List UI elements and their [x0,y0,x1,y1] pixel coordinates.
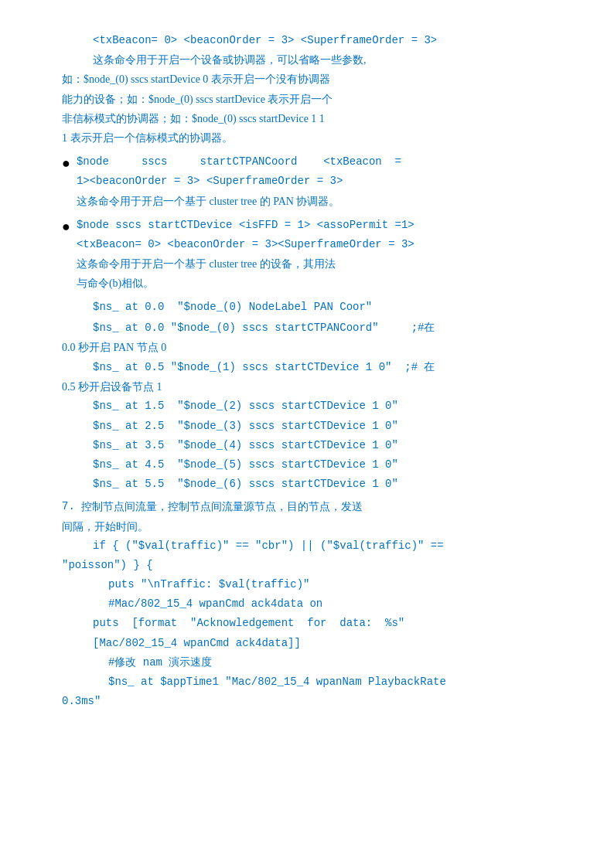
desc-text-2: 如：$node_(0) sscs startDevice 0 表示开启一个没有协… [62,70,568,89]
code-block-1: <txBeacon= 0> <beaconOrder = 3> <Superfr… [62,31,568,50]
text: 这条命令用于开启一个设备或协调器，可以省略一些参数, [93,50,568,70]
section-7-text: 控制节点间流量，控制节点间流量源节点，目的节点，发送 [81,497,363,516]
section-number-7: 7. [62,497,75,516]
code-text: #修改 nam 演示速度 [108,653,568,672]
desc-text-1: 这条命令用于开启一个设备或协调器，可以省略一些参数, [62,50,568,70]
text: 1 表示开启一个信标模式的协调器。 [62,128,568,148]
text: 非信标模式的协调器；如：$node_(0) sscs startDevice 1… [62,109,568,128]
bullet-code-2b: <txBeacon= 0> <beaconOrder = 3><Superfra… [77,235,568,254]
bullet-dot-2: ● [62,216,70,238]
code-text: $ns_ at $appTime1 "Mac/802_15_4 wpanNam … [108,672,568,692]
code-text: <txBeacon= 0> <beaconOrder = 3> <Superfr… [93,31,568,50]
code-text: $ns_ at 1.5 "$node_(2) sscs startCTDevic… [93,397,568,416]
code-text: $ns_ at 0.5 "$node_(1) sscs startCTDevic… [93,361,435,373]
code-text: [Mac/802_15_4 wpanCmd ack4data]] [93,634,568,653]
code-startpan-line: $ns_ at 0.0 "$node_(0) sscs startCTPANCo… [62,318,568,338]
text: 能力的设备；如：$node_(0) sscs startDevice 表示开启一… [62,90,568,109]
bullet-item-1: ● $node sscs startCTPANCoord <txBeacon =… [62,152,568,211]
code-text: puts [format "Acknowledgement for data: … [93,614,568,633]
bullet-content-2: $node sscs startCTDevice <isFFD = 1> <as… [77,216,568,294]
code-nam-comment: #修改 nam 演示速度 [62,653,568,672]
code-puts-format-2: [Mac/802_15_4 wpanCmd ack4data]] [62,634,568,653]
code-55: $ns_ at 5.5 "$node_(6) sscs startCTDevic… [62,475,568,494]
code-text: $ns_ at 0.0 "$node_(0) sscs startCTPANCo… [93,322,435,334]
comment-pan-0: 0.0 秒开启 PAN 节点 0 [62,338,568,357]
bullet-item-2: ● $node sscs startCTDevice <isFFD = 1> <… [62,216,568,294]
bullet-code-2a: $node sscs startCTDevice <isFFD = 1> <as… [77,216,568,235]
text: 间隔，开始时间。 [62,517,568,536]
code-if-2: "poisson") } { [62,556,568,575]
text: 0.5 秒开启设备节点 1 [62,377,568,397]
desc-text-4: 非信标模式的协调器；如：$node_(0) sscs startDevice 1… [62,109,568,128]
code-if-1: if { ("$val(traffic)" == "cbr") || ("$va… [62,536,568,556]
section-7: 7. 控制节点间流量，控制节点间流量源节点，目的节点，发送 [62,497,568,516]
code-text: puts "\nTraffic: $val(traffic)" [108,575,568,594]
code-45: $ns_ at 4.5 "$node_(5) sscs startCTDevic… [62,455,568,475]
code-text: $ns_ at 0.0 "$node_(0) NodeLabel PAN Coo… [93,298,568,317]
desc-text-5: 1 表示开启一个信标模式的协调器。 [62,128,568,148]
bullet-desc-1: 这条命令用于开启一个基于 cluster tree 的 PAN 协调器。 [77,192,568,211]
code-15: $ns_ at 1.5 "$node_(2) sscs startCTDevic… [62,397,568,416]
bullet-content-1: $node sscs startCTPANCoord <txBeacon = 1… [77,152,568,211]
code-text: $ns_ at 2.5 "$node_(3) sscs startCTDevic… [93,417,568,436]
code-text: "poisson") } { [62,556,568,575]
code-playback-rate: 0.3ms" [62,692,568,711]
main-content: <txBeacon= 0> <beaconOrder = 3> <Superfr… [62,31,568,711]
code-puts-traffic: puts "\nTraffic: $val(traffic)" [62,575,568,594]
code-ack4data-comment: #Mac/802_15_4 wpanCmd ack4data on [62,594,568,614]
code-text: $ns_ at 3.5 "$node_(4) sscs startCTDevic… [93,436,568,455]
code-nodelabel: $ns_ at 0.0 "$node_(0) NodeLabel PAN Coo… [62,298,568,317]
bullet-dot-1: ● [62,152,70,175]
code-startct-05: $ns_ at 0.5 "$node_(1) sscs startCTDevic… [62,357,568,377]
code-25: $ns_ at 2.5 "$node_(3) sscs startCTDevic… [62,417,568,436]
code-text: 0.3ms" [62,692,568,711]
code-text: if { ("$val(traffic)" == "cbr") || ("$va… [93,536,568,556]
code-puts-format: puts [format "Acknowledgement for data: … [62,614,568,633]
code-text: $ns_ at 5.5 "$node_(6) sscs startCTDevic… [93,475,568,494]
bullet-desc-2a: 这条命令用于开启一个基于 cluster tree 的设备，其用法 [77,254,568,274]
comment-device-1: 0.5 秒开启设备节点 1 [62,377,568,397]
section-7-cont: 间隔，开始时间。 [62,517,568,536]
code-text: #Mac/802_15_4 wpanCmd ack4data on [108,594,568,614]
desc-text-3: 能力的设备；如：$node_(0) sscs startDevice 表示开启一… [62,90,568,109]
text: 如：$node_(0) sscs startDevice 0 表示开启一个没有协… [62,70,568,89]
text: 0.0 秒开启 PAN 节点 0 [62,338,568,357]
bullet-code-1b: 1><beaconOrder = 3> <SuperframeOrder = 3… [77,172,568,191]
code-text: $ns_ at 4.5 "$node_(5) sscs startCTDevic… [93,455,568,475]
code-playback: $ns_ at $appTime1 "Mac/802_15_4 wpanNam … [62,672,568,692]
bullet-code-1a: $node sscs startCTPANCoord <txBeacon = [77,152,568,172]
bullet-desc-2b: 与命令(b)相似。 [77,274,568,293]
code-35: $ns_ at 3.5 "$node_(4) sscs startCTDevic… [62,436,568,455]
